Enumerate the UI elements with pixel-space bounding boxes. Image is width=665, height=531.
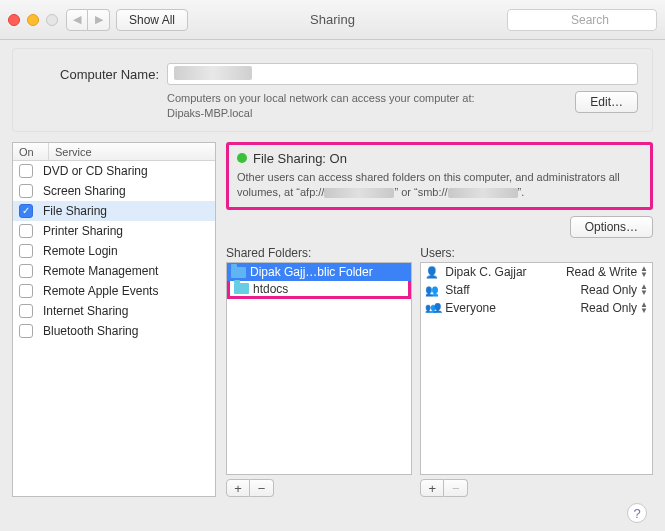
nav-back-forward: ◀ ▶ — [66, 9, 110, 31]
window-controls — [8, 14, 58, 26]
search-field[interactable]: 🔍 — [507, 9, 657, 31]
add-shared-folder-button[interactable]: + — [226, 479, 250, 497]
service-label: Remote Apple Events — [43, 284, 158, 298]
computer-name-label: Computer Name: — [27, 67, 159, 82]
stepper-icon: ▲▼ — [640, 284, 648, 296]
service-checkbox[interactable] — [19, 304, 33, 318]
shared-folder-row[interactable]: Dipak Gajj…blic Folder — [227, 263, 411, 281]
service-list-header: On Service — [13, 143, 215, 161]
service-label: Remote Management — [43, 264, 158, 278]
search-input[interactable] — [507, 9, 657, 31]
user-permission-select[interactable]: Read Only▲▼ — [580, 301, 648, 315]
service-row[interactable]: ✓File Sharing — [13, 201, 215, 221]
pair-icon: 👥 — [425, 284, 439, 297]
service-label: Printer Sharing — [43, 224, 123, 238]
service-checkbox[interactable] — [19, 164, 33, 178]
shared-folders-label: Shared Folders: — [226, 246, 412, 260]
service-label: File Sharing — [43, 204, 107, 218]
service-row[interactable]: Remote Apple Events — [13, 281, 215, 301]
user-row[interactable]: 👥StaffRead Only▲▼ — [421, 281, 652, 299]
user-row[interactable]: 👤Dipak C. GajjarRead & Write▲▼ — [421, 263, 652, 281]
add-user-button[interactable]: + — [420, 479, 444, 497]
back-button[interactable]: ◀ — [66, 9, 88, 31]
computer-name-field[interactable] — [167, 63, 638, 85]
shared-folder-label: Dipak Gajj…blic Folder — [250, 265, 373, 279]
computer-name-hint: Computers on your local network can acce… — [167, 91, 565, 121]
content-area: Computer Name: Computers on your local n… — [0, 40, 665, 531]
smb-address-redacted — [448, 188, 518, 198]
remove-shared-folder-button[interactable]: − — [250, 479, 274, 497]
service-row[interactable]: DVD or CD Sharing — [13, 161, 215, 181]
service-checkbox[interactable] — [19, 224, 33, 238]
status-description: Other users can access shared folders on… — [237, 170, 642, 200]
service-row[interactable]: Remote Login — [13, 241, 215, 261]
service-checkbox[interactable] — [19, 244, 33, 258]
service-checkbox[interactable] — [19, 284, 33, 298]
status-indicator-icon — [237, 153, 247, 163]
users-list[interactable]: 👤Dipak C. GajjarRead & Write▲▼👥StaffRead… — [420, 262, 653, 475]
user-permission-select[interactable]: Read & Write▲▼ — [566, 265, 648, 279]
service-label: Remote Login — [43, 244, 118, 258]
service-row[interactable]: Bluetooth Sharing — [13, 321, 215, 341]
service-row[interactable]: Screen Sharing — [13, 181, 215, 201]
shared-folder-label: htdocs — [253, 282, 288, 296]
group-icon: 👥👤 — [425, 303, 439, 313]
service-row[interactable]: Internet Sharing — [13, 301, 215, 321]
service-label: Screen Sharing — [43, 184, 126, 198]
service-list: On Service DVD or CD SharingScreen Shari… — [12, 142, 216, 497]
user-permission-select[interactable]: Read Only▲▼ — [580, 283, 648, 297]
service-label: DVD or CD Sharing — [43, 164, 148, 178]
shared-folder-row[interactable]: htdocs — [227, 281, 411, 299]
users-addremove: + − — [420, 479, 653, 497]
column-service: Service — [49, 143, 215, 160]
edit-hostname-button[interactable]: Edit… — [575, 91, 638, 113]
user-name: Staff — [445, 283, 574, 297]
service-checkbox[interactable] — [19, 184, 33, 198]
sharing-prefpane: ◀ ▶ Show All Sharing 🔍 Computer Name: Co… — [0, 0, 665, 531]
stepper-icon: ▲▼ — [640, 266, 648, 278]
user-name: Dipak C. Gajjar — [445, 265, 560, 279]
forward-button: ▶ — [88, 9, 110, 31]
service-checkbox[interactable] — [19, 264, 33, 278]
remove-user-button: − — [444, 479, 468, 497]
service-row[interactable]: Remote Management — [13, 261, 215, 281]
computer-name-section: Computer Name: Computers on your local n… — [12, 48, 653, 132]
service-row[interactable]: Printer Sharing — [13, 221, 215, 241]
afp-address-redacted — [324, 188, 394, 198]
users-label: Users: — [420, 246, 653, 260]
folder-icon — [234, 283, 249, 294]
help-button[interactable]: ? — [627, 503, 647, 523]
minimize-icon[interactable] — [27, 14, 39, 26]
computer-name-redacted — [174, 66, 252, 80]
person-icon: 👤 — [425, 266, 439, 279]
service-checkbox[interactable]: ✓ — [19, 204, 33, 218]
shared-folders-addremove: + − — [226, 479, 412, 497]
zoom-icon — [46, 14, 58, 26]
titlebar: ◀ ▶ Show All Sharing 🔍 — [0, 0, 665, 40]
service-label: Internet Sharing — [43, 304, 128, 318]
user-name: Everyone — [445, 301, 574, 315]
status-title: File Sharing: On — [253, 151, 347, 166]
close-icon[interactable] — [8, 14, 20, 26]
options-button[interactable]: Options… — [570, 216, 653, 238]
footer: ? — [12, 497, 653, 523]
folder-icon — [231, 267, 246, 278]
stepper-icon: ▲▼ — [640, 302, 648, 314]
service-label: Bluetooth Sharing — [43, 324, 138, 338]
column-on: On — [13, 143, 49, 160]
show-all-button[interactable]: Show All — [116, 9, 188, 31]
user-row[interactable]: 👥👤EveryoneRead Only▲▼ — [421, 299, 652, 317]
service-checkbox[interactable] — [19, 324, 33, 338]
status-callout: File Sharing: On Other users can access … — [226, 142, 653, 211]
shared-folders-list[interactable]: Dipak Gajj…blic Folderhtdocs — [226, 262, 412, 475]
